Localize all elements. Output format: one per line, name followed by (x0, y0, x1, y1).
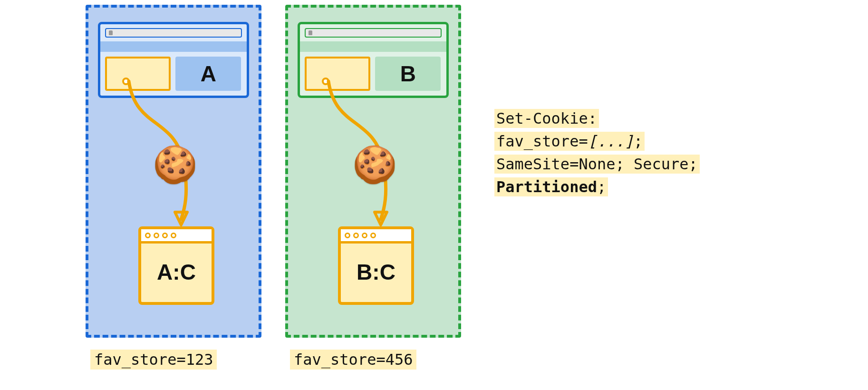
cookie-jar-b: B:C (338, 226, 414, 305)
browser-content-b: B (305, 57, 442, 91)
iframe-embed-b (305, 57, 370, 91)
code-text: ; (597, 178, 606, 196)
caption-a: fav_store=123 (90, 350, 217, 370)
browser-content-a: A (105, 57, 242, 91)
window-dot-icon (353, 233, 359, 238)
caption-b: fav_store=456 (290, 350, 416, 370)
jar-label-a: A:C (141, 244, 212, 301)
code-text-partitioned: Partitioned (496, 178, 597, 196)
window-dot-icon (162, 233, 168, 238)
navbar-a (100, 41, 247, 52)
jar-label-b: B:C (341, 244, 411, 301)
connection-anchor-icon (122, 78, 130, 85)
code-line-1: Set-Cookie: (494, 107, 700, 130)
window-dot-icon (362, 233, 367, 238)
main-frame-b-label: B (375, 57, 441, 91)
partition-a-container: A 🍪 A:C (86, 5, 261, 338)
code-text: Set-Cookie: (494, 109, 599, 128)
cookie-jar-a: A:C (138, 226, 214, 305)
cookie-icon: 🍪 (352, 143, 397, 186)
browser-b: B (298, 22, 449, 98)
partition-b-container: B 🍪 B:C (285, 5, 461, 338)
window-dot-icon (154, 233, 159, 238)
iframe-embed-a (105, 57, 171, 91)
cookie-icon: 🍪 (153, 143, 198, 186)
code-line-2: fav_store=[...]; (494, 130, 700, 153)
lock-icon (309, 30, 312, 35)
window-dot-icon (370, 233, 376, 238)
set-cookie-header-code: Set-Cookie: fav_store=[...]; SameSite=No… (494, 107, 700, 198)
window-dot-icon (145, 233, 151, 238)
navbar-b (300, 41, 446, 52)
code-text: SameSite=None; Secure; (494, 155, 700, 174)
connection-anchor-icon (322, 78, 329, 85)
main-frame-a-label: A (175, 57, 241, 91)
code-line-4: Partitioned; (494, 176, 700, 198)
code-line-3: SameSite=None; Secure; (494, 153, 700, 176)
jar-titlebar-b (341, 229, 411, 244)
code-text: fav_store= (496, 132, 588, 150)
window-dot-icon (345, 233, 350, 238)
urlbar-a (105, 28, 242, 38)
jar-titlebar-a (141, 229, 212, 244)
cookie-partitioning-diagram: A 🍪 A:C (86, 5, 846, 385)
window-dot-icon (171, 233, 176, 238)
code-text-placeholder: [...] (588, 132, 634, 150)
browser-a: A (98, 22, 249, 98)
code-text: ; (634, 132, 643, 150)
lock-icon (109, 30, 113, 35)
urlbar-b (305, 28, 442, 38)
